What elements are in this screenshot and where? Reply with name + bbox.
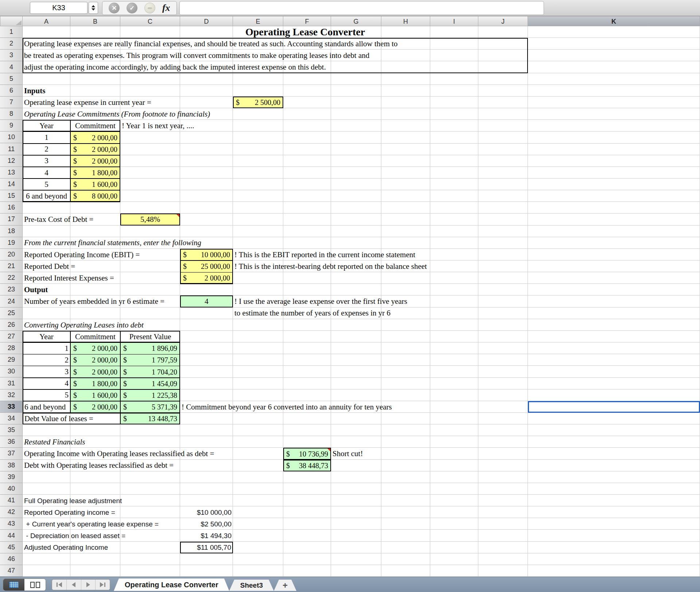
cell-B11[interactable]: $2 000,00 bbox=[70, 144, 120, 156]
row-header-44[interactable]: 44 bbox=[0, 530, 23, 541]
add-sheet-button[interactable]: + bbox=[274, 580, 296, 591]
row-header-46[interactable]: 46 bbox=[0, 553, 23, 565]
cell-A4[interactable]: adjust the operating income accordingly,… bbox=[23, 61, 528, 73]
cell-A14[interactable]: 5 bbox=[23, 179, 70, 191]
row-header-19[interactable]: 19 bbox=[0, 237, 23, 249]
cell-D22[interactable]: $2 000,00 bbox=[180, 272, 233, 284]
row-header-24[interactable]: 24 bbox=[0, 295, 23, 307]
row-header-11[interactable]: 11 bbox=[0, 144, 23, 155]
cell-B29[interactable]: $2 000,00 bbox=[70, 354, 120, 366]
cell-A7[interactable]: Operating lease expense in current year … bbox=[23, 97, 233, 109]
cell-B15[interactable]: $8 000,00 bbox=[70, 190, 120, 202]
cell-D42[interactable]: $10 000,00 bbox=[180, 506, 233, 518]
cancel-icon[interactable]: ✕ bbox=[109, 3, 120, 13]
sheet-grid[interactable]: Operating Lease ConverterOperating lease… bbox=[23, 26, 700, 577]
first-sheet-button[interactable] bbox=[52, 580, 67, 590]
select-all-corner[interactable] bbox=[0, 16, 23, 26]
cell-A21[interactable]: Reported Debt = bbox=[23, 260, 180, 273]
cell-A24[interactable]: Number of years embedded in yr 6 estimat… bbox=[23, 295, 180, 307]
row-header-3[interactable]: 3 bbox=[0, 50, 23, 61]
cell-D21[interactable]: $25 000,00 bbox=[180, 260, 233, 273]
column-header-F[interactable]: F bbox=[283, 16, 331, 26]
row-header-36[interactable]: 36 bbox=[0, 436, 23, 448]
row-header-33[interactable]: 33 bbox=[0, 401, 23, 413]
column-header-C[interactable]: C bbox=[120, 16, 180, 26]
row-header-12[interactable]: 12 bbox=[0, 155, 23, 167]
row-header-2[interactable]: 2 bbox=[0, 38, 23, 50]
cell-A43[interactable]: + Current year's operating lease expense… bbox=[23, 518, 180, 530]
row-header-28[interactable]: 28 bbox=[0, 342, 23, 354]
accept-icon[interactable]: ✓ bbox=[127, 3, 137, 13]
cell-F38[interactable]: $38 448,73 bbox=[283, 460, 331, 472]
last-sheet-button[interactable] bbox=[96, 580, 110, 590]
row-header-8[interactable]: 8 bbox=[0, 108, 23, 120]
cell-B28[interactable]: $2 000,00 bbox=[70, 342, 120, 354]
row-header-5[interactable]: 5 bbox=[0, 73, 23, 85]
cell-B9[interactable]: Commitment bbox=[70, 120, 120, 132]
cell-F37[interactable]: $10 736,99 bbox=[283, 448, 331, 460]
cell-C9[interactable]: ! Year 1 is next year, .... bbox=[120, 120, 283, 132]
cell-B32[interactable]: $1 600,00 bbox=[70, 389, 120, 401]
row-header-42[interactable]: 42 bbox=[0, 506, 23, 518]
cell-D24[interactable]: 4 bbox=[180, 295, 233, 307]
cell-A34[interactable]: Debt Value of leases = bbox=[23, 413, 120, 425]
row-header-47[interactable]: 47 bbox=[0, 565, 23, 577]
row-header-21[interactable]: 21 bbox=[0, 260, 23, 272]
cell-D20[interactable]: $10 000,00 bbox=[180, 249, 233, 261]
cell-A30[interactable]: 3 bbox=[23, 366, 70, 378]
row-header-25[interactable]: 25 bbox=[0, 307, 23, 319]
row-header-13[interactable]: 13 bbox=[0, 167, 23, 179]
formula-builder-icon[interactable] bbox=[144, 3, 155, 13]
row-header-18[interactable]: 18 bbox=[0, 226, 23, 237]
cell-A20[interactable]: Reported Operating Income (EBIT) = bbox=[23, 249, 180, 261]
row-header-20[interactable]: 20 bbox=[0, 249, 23, 260]
cell-C29[interactable]: $1 797,59 bbox=[120, 354, 180, 366]
cell-B33[interactable]: $2 000,00 bbox=[70, 401, 120, 413]
next-sheet-button[interactable] bbox=[81, 580, 96, 590]
row-header-35[interactable]: 35 bbox=[0, 424, 23, 436]
tab-sheet3[interactable]: Sheet3 bbox=[229, 580, 274, 591]
cell-A41[interactable]: Full Operating lease adjustment bbox=[23, 495, 180, 507]
cell-A2[interactable]: Operating lease expenses are really fina… bbox=[23, 38, 528, 50]
cell-A27[interactable]: Year bbox=[23, 331, 70, 343]
column-header-J[interactable]: J bbox=[478, 16, 528, 26]
name-box[interactable]: K33 bbox=[30, 2, 88, 14]
column-header-A[interactable]: A bbox=[23, 16, 70, 26]
row-header-30[interactable]: 30 bbox=[0, 366, 23, 377]
cell-E20[interactable]: ! This is the EBIT reported in the curre… bbox=[233, 249, 478, 261]
cell-A15[interactable]: 6 and beyond bbox=[23, 190, 70, 202]
row-header-32[interactable]: 32 bbox=[0, 389, 23, 401]
column-header-D[interactable]: D bbox=[180, 16, 233, 26]
cell-C31[interactable]: $1 454,09 bbox=[120, 378, 180, 390]
cell-A3[interactable]: be treated as operating expenses. This p… bbox=[23, 50, 528, 62]
column-header-I[interactable]: I bbox=[430, 16, 478, 26]
row-header-9[interactable]: 9 bbox=[0, 120, 23, 132]
row-header-14[interactable]: 14 bbox=[0, 179, 23, 190]
row-header-16[interactable]: 16 bbox=[0, 202, 23, 213]
cell-A26[interactable]: Converting Operating Leases into debt bbox=[23, 319, 233, 331]
cell-A29[interactable]: 2 bbox=[23, 354, 70, 366]
cell-E24[interactable]: ! I use the average lease expense over t… bbox=[233, 295, 478, 307]
cell-D44[interactable]: $1 494,30 bbox=[180, 530, 233, 542]
cell-A19[interactable]: From the current financial statements, e… bbox=[23, 237, 283, 249]
cell-B14[interactable]: $1 600,00 bbox=[70, 179, 120, 191]
row-header-41[interactable]: 41 bbox=[0, 495, 23, 506]
cell-A8[interactable]: Operating Lease Commitments (From footno… bbox=[23, 108, 283, 120]
cell-C34[interactable]: $13 448,73 bbox=[120, 413, 180, 425]
cell-A6[interactable]: Inputs bbox=[23, 85, 120, 97]
cell-G37[interactable]: Short cut! bbox=[331, 448, 430, 460]
cell-B10[interactable]: $2 000,00 bbox=[70, 132, 120, 144]
row-header-37[interactable]: 37 bbox=[0, 448, 23, 459]
row-header-6[interactable]: 6 bbox=[0, 85, 23, 97]
fx-icon[interactable]: fx bbox=[162, 3, 170, 13]
column-header-H[interactable]: H bbox=[381, 16, 430, 26]
row-header-38[interactable]: 38 bbox=[0, 460, 23, 471]
cell-A28[interactable]: 1 bbox=[23, 342, 70, 354]
cell-B30[interactable]: $2 000,00 bbox=[70, 366, 120, 378]
row-header-17[interactable]: 17 bbox=[0, 213, 23, 225]
cell-B27[interactable]: Commitment bbox=[70, 331, 120, 343]
cell-C17[interactable]: 5,48% bbox=[120, 213, 180, 226]
cell-A32[interactable]: 5 bbox=[23, 389, 70, 401]
cell-A31[interactable]: 4 bbox=[23, 378, 70, 390]
cell-A22[interactable]: Reported Interest Expenses = bbox=[23, 272, 180, 284]
